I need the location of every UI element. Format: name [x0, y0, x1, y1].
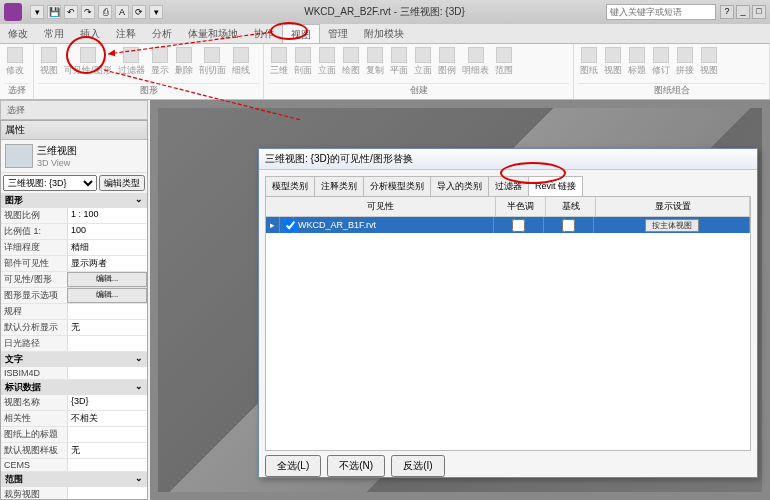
- menu-annotate[interactable]: 注释: [108, 24, 144, 43]
- duplicate-button[interactable]: 复制: [364, 46, 386, 83]
- edit-type-button[interactable]: 编辑类型: [99, 175, 145, 191]
- legend-button[interactable]: 图例: [436, 46, 458, 83]
- prop-row[interactable]: 图形显示选项编辑...: [1, 288, 147, 304]
- view-templates-button[interactable]: 视图: [38, 46, 60, 83]
- link-halftone-checkbox[interactable]: [512, 219, 525, 232]
- prop-group-header[interactable]: 标识数据⌄: [1, 380, 147, 395]
- revision-button[interactable]: 修订: [650, 46, 672, 83]
- prop-row[interactable]: 部件可见性显示两者: [1, 256, 147, 272]
- menu-analyze[interactable]: 分析: [144, 24, 180, 43]
- sheet-button[interactable]: 图纸: [578, 46, 600, 83]
- menu-collaborate[interactable]: 协作: [246, 24, 282, 43]
- filters-button[interactable]: 过滤器: [116, 46, 147, 83]
- minimize-icon[interactable]: _: [736, 5, 750, 19]
- prop-row[interactable]: CEMS: [1, 459, 147, 472]
- plan-button[interactable]: 平面: [388, 46, 410, 83]
- tab-analytical[interactable]: 分析模型类别: [363, 176, 431, 196]
- qat-measure-icon[interactable]: A: [115, 5, 129, 19]
- link-filename: WKCD_AR_B1F.rvt: [294, 217, 494, 233]
- prop-group-header[interactable]: 文字⌄: [1, 352, 147, 367]
- menu-modify[interactable]: 修改: [0, 24, 36, 43]
- tab-revit-links[interactable]: Revit 链接: [528, 176, 583, 196]
- menu-home[interactable]: 常用: [36, 24, 72, 43]
- col-display: 显示设置: [596, 197, 750, 216]
- thinlines-button[interactable]: 细线: [230, 46, 252, 83]
- prop-row[interactable]: 图纸上的标题: [1, 427, 147, 443]
- view-type: 三维视图: [37, 144, 77, 158]
- show-button[interactable]: 显示: [149, 46, 171, 83]
- prop-row[interactable]: 比例值 1:100: [1, 224, 147, 240]
- view-selector[interactable]: 三维视图: {3D}: [3, 175, 97, 191]
- remove-button[interactable]: 删除: [173, 46, 195, 83]
- view-subtype: 3D View: [37, 158, 77, 168]
- maximize-icon[interactable]: □: [752, 5, 766, 19]
- link-underlay-checkbox[interactable]: [562, 219, 575, 232]
- prop-row[interactable]: 相关性不相关: [1, 411, 147, 427]
- tab-imported[interactable]: 导入的类别: [430, 176, 489, 196]
- menu-manage[interactable]: 管理: [320, 24, 356, 43]
- visibility-graphics-button[interactable]: 可见性/图形: [62, 46, 114, 83]
- menu-view[interactable]: 视图: [282, 24, 320, 43]
- properties-panel: 属性 三维视图 3D View 三维视图: {3D} 编辑类型 图形⌄视图比例1…: [0, 120, 148, 500]
- prop-row[interactable]: 默认分析显示无: [1, 320, 147, 336]
- tab-filters[interactable]: 过滤器: [488, 176, 529, 196]
- qat-print-icon[interactable]: ⎙: [98, 5, 112, 19]
- menu-insert[interactable]: 插入: [72, 24, 108, 43]
- prop-row[interactable]: 详细程度精细: [1, 240, 147, 256]
- elev2-button[interactable]: 立面: [412, 46, 434, 83]
- qat-redo-icon[interactable]: ↷: [81, 5, 95, 19]
- prop-row[interactable]: 裁剪视图: [1, 487, 147, 500]
- menu-mass-site[interactable]: 体量和场地: [180, 24, 246, 43]
- selection-bar: 选择: [0, 100, 148, 120]
- window-title: WKCD_AR_B2F.rvt - 三维视图: {3D}: [163, 5, 606, 19]
- select-all-button[interactable]: 全选(L): [265, 455, 321, 477]
- prop-row[interactable]: 规程: [1, 304, 147, 320]
- qat-more-icon[interactable]: ▾: [149, 5, 163, 19]
- properties-thumb: 三维视图 3D View: [1, 140, 147, 173]
- qat-sync-icon[interactable]: ⟳: [132, 5, 146, 19]
- menu-addins[interactable]: 附加模块: [356, 24, 412, 43]
- ribbon-group-sheet: 图纸 视图 标题 修订 拼接 视图 图纸组合: [574, 44, 770, 99]
- elevation-button[interactable]: 立面: [316, 46, 338, 83]
- prop-row[interactable]: 日光路径: [1, 336, 147, 352]
- col-halftone: 半色调: [496, 197, 546, 216]
- tab-model[interactable]: 模型类别: [265, 176, 315, 196]
- link-table-row[interactable]: ▸ WKCD_AR_B1F.rvt 按主体视图: [266, 217, 750, 233]
- col-underlay: 基线: [546, 197, 596, 216]
- prop-group-header[interactable]: 图形⌄: [1, 193, 147, 208]
- section-button[interactable]: 剖面: [292, 46, 314, 83]
- prop-row[interactable]: 视图比例1 : 100: [1, 208, 147, 224]
- prop-row[interactable]: 视图名称{3D}: [1, 395, 147, 411]
- prop-row[interactable]: 默认视图样板无: [1, 443, 147, 459]
- prop-row[interactable]: ISBIM4D: [1, 367, 147, 380]
- ribbon-group-select: 修改 选择: [0, 44, 34, 99]
- viewref2-button[interactable]: 视图: [698, 46, 720, 83]
- title-button[interactable]: 标题: [626, 46, 648, 83]
- scope-button[interactable]: 范围: [493, 46, 515, 83]
- col-visibility: 可见性: [266, 197, 496, 216]
- viewref-button[interactable]: 视图: [602, 46, 624, 83]
- qat-undo-icon[interactable]: ↶: [64, 5, 78, 19]
- ribbon-group-create: 三维 剖面 立面 绘图 复制 平面 立面 图例 明细表 范围 创建: [264, 44, 574, 99]
- qat-save-icon[interactable]: 💾: [47, 5, 61, 19]
- app-icon: [4, 3, 22, 21]
- schedule-button[interactable]: 明细表: [460, 46, 491, 83]
- display-settings-button[interactable]: 按主体视图: [645, 219, 699, 232]
- cutprofile-button[interactable]: 剖切面: [197, 46, 228, 83]
- drafting-button[interactable]: 绘图: [340, 46, 362, 83]
- prop-row[interactable]: 可见性/图形编辑...: [1, 272, 147, 288]
- dialog-title: 三维视图: {3D}的可见性/图形替换: [259, 149, 757, 170]
- select-none-button[interactable]: 不选(N): [327, 455, 385, 477]
- prop-group-header[interactable]: 范围⌄: [1, 472, 147, 487]
- tab-annotation[interactable]: 注释类别: [314, 176, 364, 196]
- qat-open-icon[interactable]: ▾: [30, 5, 44, 19]
- ribbon-group-graphics: 视图 可见性/图形 过滤器 显示 删除 剖切面 细线 图形: [34, 44, 264, 99]
- help-icon[interactable]: ?: [720, 5, 734, 19]
- menu-bar: 修改 常用 插入 注释 分析 体量和场地 协作 视图 管理 附加模块: [0, 24, 770, 44]
- modify-button[interactable]: 修改: [4, 46, 26, 83]
- 3dview-button[interactable]: 三维: [268, 46, 290, 83]
- matchline-button[interactable]: 拼接: [674, 46, 696, 83]
- dialog-content: 可见性 半色调 基线 显示设置 ▸ WKCD_AR_B1F.rvt 按主体视图: [265, 196, 751, 451]
- invert-button[interactable]: 反选(I): [391, 455, 444, 477]
- search-input[interactable]: [606, 4, 716, 20]
